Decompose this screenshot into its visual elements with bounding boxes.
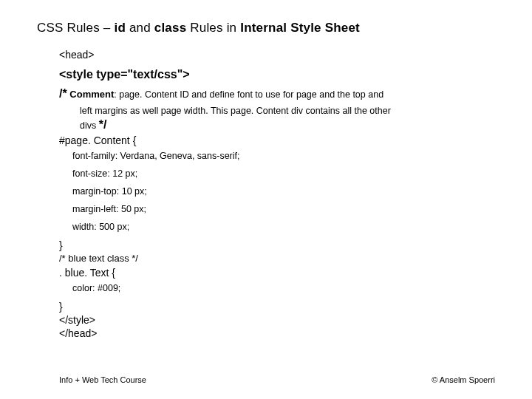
selector-pagecontent: #page. Content { bbox=[59, 134, 501, 146]
comment-body-line3: divs */ bbox=[59, 117, 501, 133]
footer-right: © Anselm Spoerri bbox=[432, 375, 495, 384]
selector-bluetext: . blue. Text { bbox=[59, 267, 501, 279]
slide-footer: Info + Web Tech Course © Anselm Spoerri bbox=[0, 375, 532, 384]
rule-font-size: font-size: 12 px; bbox=[72, 168, 501, 179]
comment-close: */ bbox=[99, 118, 107, 131]
slide-page: CSS Rules – id and class Rules in Intern… bbox=[0, 0, 532, 339]
head-open-tag: <head> bbox=[59, 49, 501, 61]
head-close-tag: </head> bbox=[59, 327, 501, 339]
title-mid2: Rules in bbox=[186, 21, 240, 35]
close-brace-1: } bbox=[59, 239, 501, 251]
style-close-tag: </style> bbox=[59, 314, 501, 326]
title-bold-id: id bbox=[114, 21, 126, 35]
style-open-tag: <style type="text/css"> bbox=[59, 68, 501, 81]
rule-width: width: 500 px; bbox=[72, 222, 501, 232]
title-bold-internal: Internal Style Sheet bbox=[240, 21, 360, 35]
comment-body-divs: divs bbox=[80, 120, 96, 131]
rule-font-family: font-family: Verdana, Geneva, sans-serif… bbox=[72, 151, 501, 161]
comment-block-2: /* blue text class */ bbox=[59, 253, 501, 264]
title-bold-class: class bbox=[154, 21, 187, 35]
close-brace-2: } bbox=[59, 301, 501, 313]
comment-body-line1: : page. Content ID and define font to us… bbox=[114, 89, 383, 100]
rule-margin-left: margin-left: 50 px; bbox=[72, 204, 501, 214]
slide-title: CSS Rules – id and class Rules in Intern… bbox=[37, 21, 501, 35]
rule-color: color: #009; bbox=[72, 283, 501, 293]
comment-block-1: /* Comment: page. Content ID and define … bbox=[59, 86, 501, 102]
code-block: <head> <style type="text/css"> /* Commen… bbox=[59, 49, 501, 339]
comment-body-line2: left margins as well page width. This pa… bbox=[59, 105, 501, 117]
rule-margin-top: margin-top: 10 px; bbox=[72, 186, 501, 197]
title-mid1: and bbox=[126, 21, 154, 35]
comment-label: Comment bbox=[69, 89, 114, 100]
footer-left: Info + Web Tech Course bbox=[59, 375, 146, 384]
comment-open: /* bbox=[59, 87, 67, 100]
title-prefix: CSS Rules – bbox=[37, 21, 114, 35]
